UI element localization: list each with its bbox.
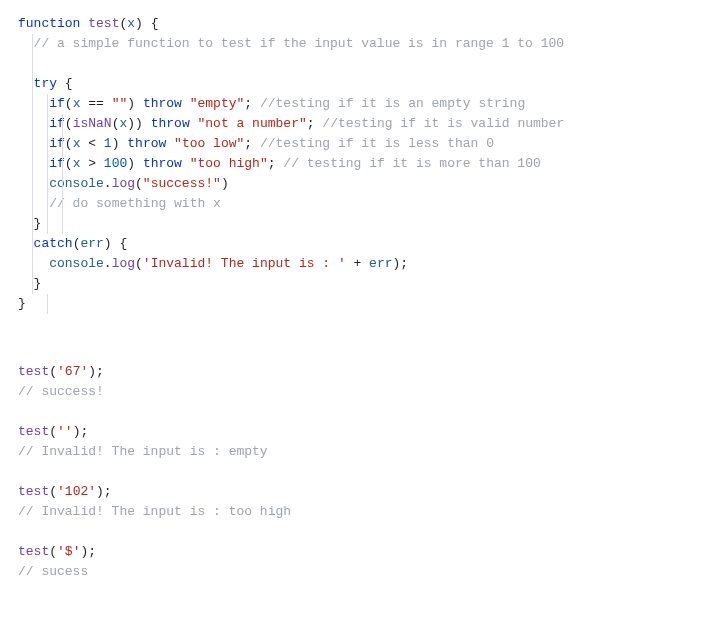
console-obj: console: [49, 176, 104, 191]
code-line: // do something with x: [18, 194, 696, 214]
function-name: test: [88, 16, 119, 31]
call-line: test('67');: [18, 362, 696, 382]
code-line: function test(x) {: [18, 14, 696, 34]
calls-block: test('67'); // success! test(''); // Inv…: [18, 342, 696, 582]
brace-open: {: [143, 16, 159, 31]
comment: //testing if it is an empty string: [252, 96, 525, 111]
param-x: x: [127, 16, 135, 31]
code-line: }: [18, 274, 696, 294]
code-line: console.log('Invalid! The input is : ' +…: [18, 254, 696, 274]
code-line: }: [18, 214, 696, 234]
code-line: // a simple function to test if the inpu…: [18, 34, 696, 54]
paren-close: ): [135, 16, 143, 31]
keyword-throw: throw: [143, 96, 182, 111]
keyword-if: if: [49, 96, 65, 111]
code-line: if(isNaN(x)) throw "not a number"; //tes…: [18, 114, 696, 134]
code-line: }: [18, 294, 696, 314]
code-line: console.log("success!"): [18, 174, 696, 194]
comment: // a simple function to test if the inpu…: [34, 36, 565, 51]
code-line: if(x > 100) throw "too high"; // testing…: [18, 154, 696, 174]
code-line: if(x == "") throw "empty"; //testing if …: [18, 94, 696, 114]
comment: // testing if it is more than 100: [276, 156, 541, 171]
call-line: test('102');: [18, 482, 696, 502]
call-line: test('$');: [18, 542, 696, 562]
output-line: // Invalid! The input is : empty: [18, 442, 696, 462]
comment: //testing if it is less than 0: [252, 136, 494, 151]
log-method: log: [112, 176, 135, 191]
keyword-try: try: [34, 76, 57, 91]
keyword-function: function: [18, 16, 80, 31]
output-line: // Invalid! The input is : too high: [18, 502, 696, 522]
code-line: try {: [18, 74, 696, 94]
output-line: // sucess: [18, 562, 696, 582]
fn-isnan: isNaN: [73, 116, 112, 131]
code-line: catch(err) {: [18, 234, 696, 254]
comment: // do something with x: [49, 196, 221, 211]
keyword-catch: catch: [34, 236, 73, 251]
comment: //testing if it is valid number: [315, 116, 565, 131]
call-line: test('');: [18, 422, 696, 442]
code-block: function test(x) { // a simple function …: [18, 14, 696, 314]
blank-line: [18, 54, 696, 74]
output-line: // success!: [18, 382, 696, 402]
code-line: if(x < 1) throw "too low"; //testing if …: [18, 134, 696, 154]
